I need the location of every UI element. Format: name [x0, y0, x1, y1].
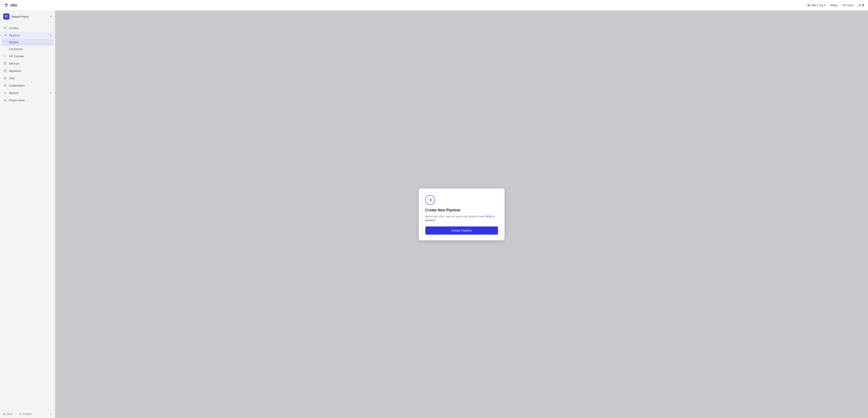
pipeline-icon-svg [428, 198, 432, 202]
pipelines-chevron: ▴ [51, 34, 52, 37]
api-keys-link[interactable]: API Keys [842, 4, 853, 7]
sidebar-item-clusters[interactable]: Clusters [0, 24, 55, 32]
sidebar-item-project-alerts[interactable]: Project Alerts [0, 97, 55, 104]
project-alerts-label: Project Alerts [9, 99, 52, 102]
sidebar-item-connectors[interactable]: Connectors [0, 46, 55, 53]
svg-point-10 [4, 27, 6, 29]
pipelines-subnav: Pipeline Connectors [0, 39, 55, 53]
svg-point-4 [859, 4, 860, 5]
docs-icon [3, 413, 6, 415]
zilliz-logo-icon [4, 3, 8, 7]
jobs-label: Jobs [9, 77, 52, 80]
org-icon [807, 4, 810, 7]
collaborators-icon [3, 84, 7, 87]
project-icon-svg [5, 15, 8, 18]
project-icon [3, 13, 9, 20]
logo-text: zilliz [10, 3, 17, 7]
api-console-label: API Console [9, 55, 52, 58]
svg-rect-6 [6, 15, 7, 16]
pipelines-icon [3, 33, 7, 37]
user-menu[interactable]: ▾ [858, 3, 864, 7]
sidebar-item-backups[interactable]: Backups [0, 60, 55, 67]
main-layout: Default Project ▾ Clusters [0, 11, 868, 418]
org-label: Zilliz's Org [811, 4, 823, 7]
svg-rect-3 [809, 5, 810, 6]
clusters-label: Clusters [9, 27, 52, 30]
sidebar-item-pipelines[interactable]: Pipelines ▴ [0, 32, 55, 39]
pipeline-card-title: Create New Pipeline [425, 208, 498, 212]
user-icon [858, 4, 862, 7]
network-label: Network [9, 92, 49, 95]
sidebar-item-network[interactable]: Network ▾ [0, 89, 55, 97]
pipeline-card-icon [425, 195, 435, 205]
svg-point-14 [4, 84, 5, 85]
sidebar-item-collaborators[interactable]: Collaborators [0, 82, 55, 89]
create-pipeline-card: Create New Pipeline Before you start, re… [419, 188, 504, 240]
billing-link[interactable]: Billing [831, 4, 838, 7]
create-pipeline-button[interactable]: Create Pipeline [425, 227, 498, 235]
pipeline-card-desc-text: Before you start, read our quick start g… [425, 215, 486, 218]
svg-point-15 [5, 85, 6, 85]
sidebar-item-migrations[interactable]: Migrations [0, 67, 55, 74]
project-selector[interactable]: Default Project ▾ [0, 11, 55, 23]
sidebar-footer: Docs Support ‹ [0, 410, 55, 418]
svg-rect-11 [4, 62, 6, 65]
svg-rect-5 [5, 15, 6, 16]
network-chevron: ▾ [51, 92, 52, 94]
sidebar-item-jobs[interactable]: Jobs [0, 74, 55, 82]
svg-rect-7 [5, 17, 6, 18]
clusters-icon [3, 26, 7, 30]
api-console-icon [3, 54, 7, 58]
sidebar-item-api-console[interactable]: API Console [0, 53, 55, 60]
svg-rect-1 [809, 4, 810, 5]
sidebar-collapse-button[interactable]: ‹ [51, 412, 52, 416]
org-chevron: ▾ [824, 4, 826, 7]
project-chevron: ▾ [51, 15, 52, 18]
connectors-label: Connectors [9, 47, 23, 50]
user-chevron: ▾ [862, 3, 864, 7]
pipeline-label: Pipeline [9, 41, 19, 44]
network-icon [3, 91, 7, 95]
header: zilliz Zilliz's Org ▾ Billing API Keys ▾ [0, 0, 868, 11]
jobs-icon [3, 76, 7, 80]
sidebar-item-pipeline[interactable]: Pipeline [2, 39, 53, 46]
docs-label: Docs [7, 413, 12, 415]
backups-icon [3, 62, 7, 65]
backups-label: Backups [9, 62, 52, 65]
org-selector[interactable]: Zilliz's Org ▾ [807, 4, 826, 7]
main-content: Create New Pipeline Before you start, re… [55, 11, 868, 418]
support-label: Support [23, 413, 31, 415]
logo: zilliz [4, 3, 17, 7]
support-link[interactable]: Support [19, 413, 31, 415]
sidebar: Default Project ▾ Clusters [0, 11, 55, 418]
project-name: Default Project [11, 15, 49, 18]
project-alerts-icon [3, 98, 7, 102]
header-right: Zilliz's Org ▾ Billing API Keys ▾ [807, 3, 864, 7]
nav-section: Clusters Pipelines ▴ Pipeline Connectors [0, 23, 55, 410]
svg-rect-0 [808, 4, 808, 5]
svg-point-9 [5, 28, 5, 28]
pipelines-label: Pipelines [9, 34, 49, 37]
migrations-label: Migrations [9, 69, 52, 72]
collaborators-label: Collaborators [9, 84, 52, 87]
svg-rect-2 [808, 5, 808, 6]
pipeline-card-description: Before you start, read our quick start g… [425, 214, 498, 222]
svg-rect-8 [6, 17, 7, 18]
support-icon [19, 413, 22, 415]
docs-link[interactable]: Docs [3, 413, 12, 415]
migrations-icon [3, 69, 7, 73]
